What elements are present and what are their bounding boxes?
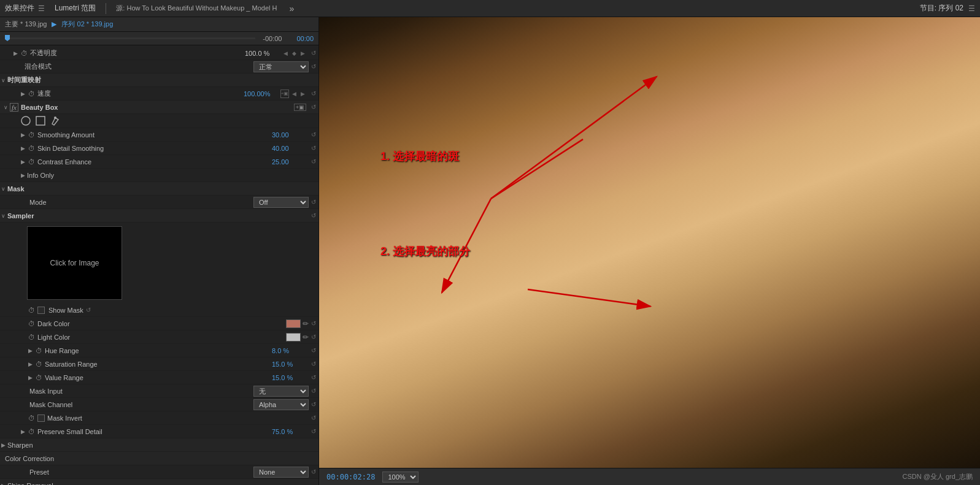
smoothing-reset[interactable]: ↺ <box>309 130 318 140</box>
mask-invert-row: ⏱ Mask Invert ↺ <box>0 411 318 425</box>
mask-toggle[interactable]: ∨ <box>0 186 6 192</box>
sampler-image-box[interactable]: Click for Image <box>27 226 122 300</box>
breadcrumb-item2[interactable]: 序列 02 * 139.jpg <box>61 20 113 29</box>
opacity-toggle[interactable]: ▶ <box>12 50 18 56</box>
smoothing-toggle[interactable]: ▶ <box>20 132 26 138</box>
source-label: 源: How To Look Beautiful Without Makeup … <box>116 4 277 13</box>
mask-input-reset[interactable]: ↺ <box>309 386 318 396</box>
contrast-toggle[interactable]: ▶ <box>20 159 26 165</box>
program-menu-icon[interactable]: ☰ <box>968 4 975 13</box>
rect-shape-icon[interactable] <box>34 115 47 127</box>
preset-select[interactable]: None <box>253 467 309 478</box>
hue-range-value[interactable]: 8.0 % <box>272 347 309 354</box>
skin-detail-reset[interactable]: ↺ <box>309 143 318 153</box>
light-color-swatch[interactable] <box>286 333 301 342</box>
light-color-eyedropper[interactable]: ✏ <box>303 333 309 342</box>
val-range-label: Value Range <box>45 374 272 381</box>
dark-color-swatch[interactable] <box>286 319 301 328</box>
speed-anim-icon: ⏱ <box>27 90 36 98</box>
hue-range-toggle[interactable]: ▶ <box>27 348 33 354</box>
contrast-value[interactable]: 25.00 <box>272 158 309 166</box>
zoom-select[interactable]: 100% 75% 50% <box>382 472 419 483</box>
speed-add-kf-icon[interactable]: +▣ <box>280 90 289 98</box>
preserve-toggle[interactable]: ▶ <box>20 429 26 435</box>
dark-color-reset[interactable]: ↺ <box>309 319 318 329</box>
show-mask-reset[interactable]: ↺ <box>83 305 93 315</box>
mask-invert-checkbox[interactable] <box>37 414 45 422</box>
dark-color-anim-icon: ⏱ <box>27 319 36 328</box>
effects-controls-tab[interactable]: 效果控件 ☰ <box>5 3 45 13</box>
mode-row: Mode Off ↺ <box>0 196 318 209</box>
smoothing-amount-row: ▶ ⏱ Smoothing Amount 30.00 ↺ <box>0 128 318 142</box>
color-correction-label: Color Correction <box>0 455 318 462</box>
preset-reset[interactable]: ↺ <box>309 467 318 477</box>
val-range-value[interactable]: 15.0 % <box>272 374 309 381</box>
val-range-toggle[interactable]: ▶ <box>27 375 33 381</box>
mask-input-select[interactable]: 无 <box>253 386 309 397</box>
mode-select[interactable]: Off <box>253 197 309 208</box>
sampler-toggle[interactable]: ∨ <box>0 213 6 219</box>
hue-range-reset[interactable]: ↺ <box>309 346 318 356</box>
mask-invert-label: Mask Invert <box>47 414 309 422</box>
skin-detail-value[interactable]: 40.00 <box>272 145 309 152</box>
expand-icon[interactable]: » <box>289 4 294 13</box>
skin-detail-anim-icon: ⏱ <box>27 144 36 153</box>
sharpen-toggle[interactable]: ▶ <box>0 442 6 448</box>
sharpen-header: ▶ Sharpen <box>0 438 318 452</box>
mask-channel-row: Mask Channel Alpha ↺ <box>0 398 318 411</box>
speed-kf-prev[interactable]: ◀ <box>290 90 298 97</box>
mask-header: ∨ Mask <box>0 182 318 196</box>
sampler-header: ∨ Sampler ↺ <box>0 209 318 223</box>
speed-toggle[interactable]: ▶ <box>20 91 26 97</box>
panel-menu-icon[interactable]: ☰ <box>38 4 45 13</box>
show-mask-checkbox[interactable] <box>37 307 45 314</box>
mode-reset[interactable]: ↺ <box>309 197 318 207</box>
mask-invert-reset[interactable]: ↺ <box>309 413 318 423</box>
add-keyframe-icon[interactable]: ◆ <box>290 50 298 57</box>
prev-keyframe-icon[interactable]: ◀ <box>282 50 289 57</box>
blend-mode-select[interactable]: 正常 <box>253 61 309 72</box>
preserve-value[interactable]: 75.0 % <box>272 428 309 435</box>
expand-button[interactable]: » <box>289 4 294 13</box>
time-remap-toggle[interactable]: ∨ <box>0 77 6 83</box>
blend-mode-row: 混合模式 正常 ↺ <box>0 60 318 74</box>
preset-label: Preset <box>27 468 253 476</box>
breadcrumb-item1[interactable]: 主要 * 139.jpg <box>5 20 47 29</box>
lumetri-tab[interactable]: Lumetri 范围 <box>55 3 96 13</box>
circle-shape-icon[interactable] <box>20 115 32 127</box>
next-keyframe-icon[interactable]: ▶ <box>299 50 306 57</box>
playhead[interactable] <box>5 35 10 41</box>
beauty-box-toggle[interactable]: ∨ <box>2 104 9 110</box>
skin-detail-toggle[interactable]: ▶ <box>20 145 26 151</box>
mask-channel-select[interactable]: Alpha <box>253 399 309 410</box>
sat-range-value[interactable]: 15.0 % <box>272 361 309 368</box>
sampler-reset[interactable]: ↺ <box>309 211 318 221</box>
beauty-box-add-icon[interactable]: +▣ <box>294 104 306 111</box>
shine-removal-toggle[interactable]: ▶ <box>0 483 6 486</box>
preserve-reset[interactable]: ↺ <box>309 427 318 437</box>
pen-shape-icon[interactable] <box>49 115 61 127</box>
light-color-reset[interactable]: ↺ <box>309 332 318 342</box>
blend-mode-reset[interactable]: ↺ <box>309 62 318 72</box>
beauty-box-reset[interactable]: ↺ <box>309 102 318 112</box>
skin-detail-label: Skin Detail Smoothing <box>37 145 272 152</box>
opacity-anim-controls: ◀ ◆ ▶ <box>282 50 306 57</box>
sat-range-toggle[interactable]: ▶ <box>27 361 33 367</box>
smoothing-value[interactable]: 30.00 <box>272 131 309 139</box>
contrast-reset[interactable]: ↺ <box>309 157 318 167</box>
sat-range-reset[interactable]: ↺ <box>309 359 318 369</box>
speed-value[interactable]: 100.00% <box>244 90 280 97</box>
dark-color-eyedropper[interactable]: ✏ <box>303 319 309 328</box>
val-range-reset[interactable]: ↺ <box>309 373 318 383</box>
breadcrumb-sep: ▶ <box>52 20 56 28</box>
speed-reset[interactable]: ↺ <box>309 89 318 99</box>
info-only-row: ▶ Info Only <box>0 169 318 182</box>
timeline-track[interactable] <box>5 37 255 39</box>
speed-kf-next[interactable]: ▶ <box>299 90 306 97</box>
skin-detail-row: ▶ ⏱ Skin Detail Smoothing 40.00 ↺ <box>0 142 318 155</box>
shine-removal-header: ▶ Shine Removal <box>0 479 318 485</box>
svg-rect-1 <box>36 116 45 125</box>
mask-channel-reset[interactable]: ↺ <box>309 400 318 410</box>
info-only-toggle[interactable]: ▶ <box>20 172 26 178</box>
opacity-reset[interactable]: ↺ <box>309 48 318 58</box>
